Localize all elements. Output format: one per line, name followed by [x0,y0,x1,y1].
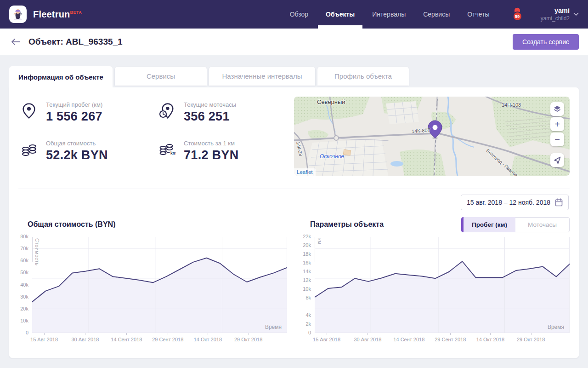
nav-item-overview[interactable]: Обзор [281,0,317,29]
calendar-icon [555,198,563,207]
x-axis-label: Время [548,324,564,330]
params-chart-plot[interactable] [315,237,570,333]
chart-title: Параметры объекта [310,220,384,229]
x-tick-mark [531,333,531,335]
total-cost-chart: Общая стоимость (BYN) 80k70k60k50k40k30k… [18,217,287,347]
tab-object-info[interactable]: Информация об объекте [9,66,113,87]
locate-button[interactable] [550,153,564,167]
x-tick-mark [368,333,368,335]
nav-item-intervals[interactable]: Интервалы [363,0,414,29]
chevron-down-icon [573,12,579,16]
object-info-card: Текущий пробег (км) 1 556 267 Текущие мо… [9,87,579,358]
x-tick-label: 30 Авг 2018 [354,337,381,342]
y-tick-label: 18k [303,251,311,257]
brand-title: FleetrunBETA [33,9,82,20]
y-tick-label: 4k [305,312,311,318]
stat-label: Стоимость за 1 км [184,140,238,147]
zoom-out-button[interactable]: − [550,132,564,146]
map-label-oskochnoe: Оскочное [320,153,344,160]
x-tick-label: 29 Окт 2018 [517,337,545,342]
notifications-badge: 59 [514,12,521,20]
stat-total-cost: Общая стоимость 52.2k BYN [20,140,158,178]
stat-value: 71.2 BYN [184,148,238,162]
x-axis-ticks: 15 Авг 201830 Авг 201814 Сент 201829 Сен… [32,333,287,347]
y-tick-label: 20k [20,306,28,311]
nav-item-services[interactable]: Сервисы [414,0,458,29]
section-divider [18,189,570,189]
object-tabs: Информация об объекте Сервисы Назначенны… [9,66,579,87]
x-tick-label: 29 Сент 2018 [435,337,466,342]
tab-assigned-intervals[interactable]: Назначенные интервалы [209,67,315,86]
y-tick-label: 22k [303,234,311,239]
toggle-engine-hours-button[interactable]: Моточасы [515,217,570,232]
stat-value: 356 251 [184,109,236,124]
y-tick-label: 80k [20,234,28,239]
create-service-button[interactable]: Создать сервис [513,34,579,50]
beta-badge: BETA [70,10,82,15]
y-axis-ticks: 80k70k60k50k40k30k20k10k0 [18,237,30,333]
cost-chart-plot[interactable] [32,237,287,333]
back-button[interactable] [9,35,22,48]
svg-text:km: km [170,151,175,155]
x-tick-mark [168,333,168,335]
top-navbar: FleetrunBETA Обзор Объекты Интервалы Сер… [0,0,588,29]
locate-arrow-icon [553,155,562,165]
nav-item-objects[interactable]: Объекты [317,0,363,29]
stats-grid: Текущий пробег (км) 1 556 267 Текущие мо… [18,97,285,178]
params-toggle: Пробег (км) Моточасы [461,217,570,232]
stat-current-mileage: Текущий пробег (км) 1 556 267 [20,101,158,140]
leaflet-attribution[interactable]: Leaflet [294,168,316,176]
x-tick-mark [126,333,127,335]
page-header: Объект: ABL_96335_1 Создать сервис [0,29,588,55]
y-tick-label: 70k [20,246,28,251]
date-range-picker[interactable]: 15 авг. 2018 – 12 нояб. 2018 [461,195,569,210]
y-tick-label: 10k [303,286,311,292]
map[interactable]: Северный 14Н-108 14К-807 Оскочное 14К-28… [294,97,570,176]
coins-km-icon: km [158,140,176,178]
y-tick-label: 2k [305,321,311,327]
user-menu[interactable]: yami yami_child2 [541,6,579,22]
fleetrun-logo[interactable] [9,6,27,23]
x-axis-ticks: 15 Авг 201830 Авг 201814 Сент 201829 Сен… [315,333,570,347]
map-layers-icon [553,104,562,114]
x-tick-label: 15 Авг 2018 [313,337,340,342]
engine-hours-icon [158,101,176,140]
mascot-icon [11,7,25,21]
y-tick-label: 0 [26,330,28,335]
x-tick-mark [450,333,451,335]
map-layers-button[interactable] [550,102,564,116]
y-tick-label: 16k [303,260,311,265]
y-axis-ticks: 22k20k18k16k14k12k10k8k4k2k0 [301,237,313,333]
chart-title: Общая стоимость (BYN) [28,220,115,229]
stat-value: 1 556 267 [46,109,102,124]
x-tick-mark [409,333,409,335]
stat-label: Текущий пробег (км) [46,101,102,108]
y-tick-label: 30k [20,294,28,299]
nav-item-reports[interactable]: Отчеты [458,0,498,29]
x-tick-mark [208,333,208,335]
x-tick-label: 14 Окт 2018 [194,337,222,342]
toggle-mileage-button[interactable]: Пробег (км) [461,217,515,232]
user-account: yami_child2 [541,15,570,22]
y-tick-label: 50k [20,270,28,275]
stat-label: Общая стоимость [46,140,108,147]
arrow-left-icon [11,38,21,46]
tab-object-profile[interactable]: Профиль объекта [317,67,409,86]
map-canvas [294,97,570,176]
y-tick-label: 20k [303,242,311,248]
x-tick-label: 29 Сент 2018 [152,337,183,342]
stat-label: Текущие моточасы [184,101,236,108]
x-tick-mark [44,333,45,335]
tab-services[interactable]: Сервисы [115,67,207,86]
x-tick-label: 14 Сент 2018 [393,337,424,342]
location-pin-icon [20,101,39,140]
notifications-button[interactable]: 59 [512,7,524,22]
object-params-chart: Параметры объекта Пробег (км) Моточасы 2… [301,217,570,347]
map-label-severny: Северный [317,98,345,105]
x-tick-label: 30 Авг 2018 [71,337,99,342]
zoom-in-button[interactable]: + [550,117,564,131]
y-tick-label: 8k [305,295,311,300]
x-tick-mark [327,333,327,335]
y-tick-label: 60k [20,258,28,263]
user-name: yami [541,6,570,15]
